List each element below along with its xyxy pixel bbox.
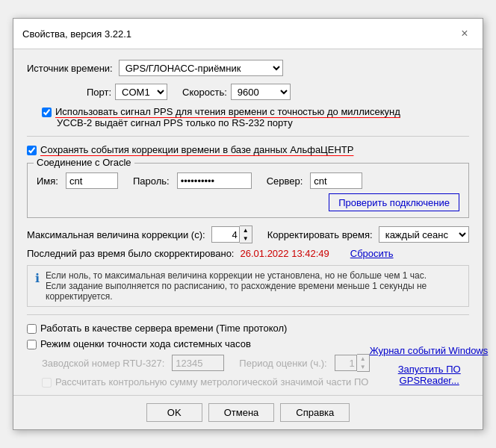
pps-note: УССВ-2 выдаёт сигнал PPS только по RS-23… bbox=[57, 117, 469, 128]
pps-checkbox[interactable] bbox=[42, 108, 52, 117]
source-label: Источник времени: bbox=[27, 63, 113, 74]
server-label: Сервер: bbox=[267, 175, 303, 187]
oracle-fields: Имя: cnt Пароль: Сервер: cnt bbox=[37, 172, 459, 189]
oracle-section: Соединение с Oracle Имя: cnt Пароль: Сер… bbox=[27, 163, 469, 218]
max-correction-spinner: 4 ▲ ▼ bbox=[211, 225, 252, 243]
event-log-link[interactable]: Журнал событий Windows bbox=[370, 345, 489, 356]
info-line1: Если ноль, то максимальная величина корр… bbox=[46, 270, 461, 281]
help-button[interactable]: Справка bbox=[280, 403, 350, 422]
start-gps-link[interactable]: Запустить ПО GPSReader... bbox=[370, 364, 489, 386]
rtu-input[interactable]: 12345 bbox=[172, 355, 224, 371]
info-text: Если ноль, то максимальная величина корр… bbox=[46, 270, 461, 302]
calc-checksum-row: Рассчитать контрольную сумму метрологиче… bbox=[42, 376, 370, 388]
info-box: ℹ Если ноль, то максимальная величина ко… bbox=[27, 265, 469, 307]
max-correction-down[interactable]: ▼ bbox=[240, 234, 252, 243]
calc-checksum-label: Рассчитать контрольную сумму метрологиче… bbox=[42, 376, 370, 388]
max-correction-label: Максимальная величина коррекции (с): bbox=[27, 229, 205, 240]
calc-checksum-checkbox[interactable] bbox=[42, 378, 52, 388]
max-correction-input[interactable]: 4 bbox=[211, 226, 240, 243]
port-speed-row: Порт: COM1 Скорость: 9600 bbox=[87, 84, 469, 100]
dialog-title: Свойства, версия 3.22.1 bbox=[22, 28, 131, 40]
correct-time-label: Корректировать время: bbox=[267, 229, 373, 240]
period-spinner-btns: ▲ ▼ bbox=[357, 354, 370, 372]
source-row: Источник времени: GPS/ГЛОНАСС-приёмник bbox=[27, 60, 469, 76]
time-server-row: Работать в качестве сервера времени (Tim… bbox=[27, 323, 370, 334]
max-correction-spinner-btns: ▲ ▼ bbox=[240, 225, 252, 243]
right-links: Журнал событий Windows Запустить ПО GPSR… bbox=[370, 345, 489, 386]
info-line2: Если задание выполняется по расписанию, … bbox=[46, 281, 461, 302]
server-input[interactable]: cnt bbox=[310, 172, 362, 189]
name-label: Имя: bbox=[37, 175, 58, 187]
pps-checkbox-label: Использовать сигнал PPS для чтения време… bbox=[42, 106, 469, 117]
name-input[interactable]: cnt bbox=[66, 172, 118, 189]
period-down[interactable]: ▼ bbox=[357, 363, 369, 371]
speed-select[interactable]: 9600 bbox=[231, 84, 291, 100]
save-checkbox[interactable] bbox=[27, 146, 37, 155]
speed-label: Скорость: bbox=[182, 87, 227, 98]
period-up[interactable]: ▲ bbox=[357, 355, 369, 363]
password-label: Пароль: bbox=[133, 175, 170, 187]
save-label: Сохранять события коррекции времени в ба… bbox=[40, 144, 353, 155]
source-select[interactable]: GPS/ГЛОНАСС-приёмник bbox=[119, 60, 283, 76]
last-corrected-row: Последний раз время было скорректировано… bbox=[27, 248, 469, 259]
divider2 bbox=[27, 314, 469, 315]
period-spinner: 1 ▲ ▼ bbox=[335, 354, 370, 372]
accuracy-label: Режим оценки точности хода системных час… bbox=[27, 338, 370, 349]
bottom-section: Работать в качестве сервера времени (Tim… bbox=[27, 323, 469, 388]
accuracy-row: Режим оценки точности хода системных час… bbox=[27, 338, 370, 349]
correct-time-select[interactable]: каждый сеанс bbox=[379, 226, 469, 243]
password-input[interactable] bbox=[177, 172, 252, 189]
check-connection-button[interactable]: Проверить подключение bbox=[329, 193, 459, 211]
pps-row: Использовать сигнал PPS для чтения време… bbox=[42, 106, 469, 128]
rtu-label: Заводской номер RTU-327: bbox=[42, 358, 164, 369]
pps-label: Использовать сигнал PPS для чтения време… bbox=[55, 106, 400, 117]
oracle-row2: Проверить подключение bbox=[37, 193, 459, 211]
rtu-row: Заводской номер RTU-327: 12345 Период оц… bbox=[42, 354, 370, 372]
title-bar: Свойства, версия 3.22.1 × bbox=[13, 19, 483, 49]
footer: OK Отмена Справка bbox=[13, 395, 483, 429]
main-content: Источник времени: GPS/ГЛОНАСС-приёмник П… bbox=[13, 49, 483, 395]
reset-link[interactable]: Сбросить bbox=[350, 248, 394, 259]
port-select[interactable]: COM1 bbox=[115, 84, 167, 100]
port-label: Порт: bbox=[87, 87, 111, 98]
period-input[interactable]: 1 bbox=[335, 355, 357, 371]
max-correction-row: Максимальная величина коррекции (с): 4 ▲… bbox=[27, 225, 469, 243]
time-server-checkbox[interactable] bbox=[27, 324, 37, 334]
close-button[interactable]: × bbox=[456, 25, 474, 43]
dialog: Свойства, версия 3.22.1 × Источник време… bbox=[13, 18, 483, 430]
accuracy-checkbox[interactable] bbox=[27, 340, 37, 349]
last-corrected-value: 26.01.2022 13:42:49 bbox=[240, 248, 329, 259]
save-row: Сохранять события коррекции времени в ба… bbox=[27, 144, 469, 155]
bottom-checks: Работать в качестве сервера времени (Tim… bbox=[27, 323, 370, 388]
accuracy-text: Режим оценки точности хода системных час… bbox=[40, 338, 251, 349]
info-icon: ℹ bbox=[35, 271, 40, 285]
cancel-button[interactable]: Отмена bbox=[208, 403, 275, 422]
period-label: Период оценки (ч.): bbox=[239, 358, 326, 369]
time-server-text: Работать в качестве сервера времени (Tim… bbox=[40, 323, 287, 334]
divider1 bbox=[27, 136, 469, 137]
time-server-label: Работать в качестве сервера времени (Tim… bbox=[27, 323, 370, 334]
oracle-section-title: Соединение с Oracle bbox=[34, 157, 134, 168]
last-corrected-label: Последний раз время было скорректировано… bbox=[27, 248, 234, 259]
ok-button[interactable]: OK bbox=[146, 403, 202, 422]
calc-checksum-text: Рассчитать контрольную сумму метрологиче… bbox=[55, 376, 368, 388]
save-checkbox-label: Сохранять события коррекции времени в ба… bbox=[27, 144, 469, 155]
max-correction-up[interactable]: ▲ bbox=[240, 226, 252, 234]
